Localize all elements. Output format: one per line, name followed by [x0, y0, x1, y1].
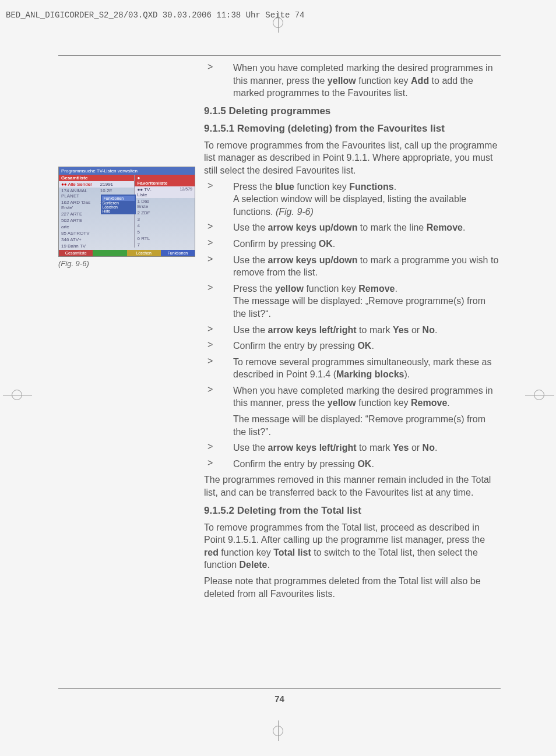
fig-list-row: 4: [135, 222, 195, 229]
step: >Confirm the entry by pressing OK.: [204, 458, 501, 471]
page-frame: Programmsuche TV-Listen verwalten Gesamt…: [58, 55, 501, 704]
step: >Use the arrow keys left/right to mark Y…: [204, 441, 501, 454]
fig-list-row: 6 RTL: [135, 235, 195, 242]
fig-list-row: 7: [135, 242, 195, 248]
fig-popup-item: Löschen: [102, 205, 135, 209]
crop-mark-right: [534, 390, 544, 402]
fig-list-row: 346 ATV+: [59, 236, 134, 243]
fig-right-label: TV-Liste: [137, 187, 151, 197]
crop-mark-top: [273, 17, 283, 30]
fig-list-row: 1 Das Erste: [135, 198, 195, 210]
fig-list-row: 502 ARTE: [59, 217, 134, 224]
step: >Confirm the entry by pressing OK.: [204, 340, 501, 352]
crop-mark-left: [12, 390, 22, 402]
step: >Press the yellow function key Remove.Th…: [204, 282, 501, 320]
paragraph: To remove programmes from the Total list…: [204, 521, 501, 571]
paragraph: The message will be displayed: “Remove p…: [233, 413, 501, 438]
step: > When you have completed marking the de…: [204, 62, 501, 100]
figure-title: Programmsuche TV-Listen verwalten: [59, 167, 195, 175]
fig-popup-item: Sortieren: [102, 201, 135, 205]
fig-footer-green: [93, 250, 126, 256]
figure-9-6: Programmsuche TV-Listen verwalten Gesamt…: [58, 167, 195, 257]
fig-sort: Alle Sender: [68, 182, 92, 187]
heading-9-1-5-1: 9.1.5.1 Removing (deleting) from the Fav…: [204, 123, 501, 135]
fig-list-row: 3: [135, 216, 195, 222]
body-text: > When you have completed marking the de…: [204, 62, 501, 680]
fig-footer-yellow: Löschen: [127, 250, 161, 256]
step: >When you have completed marking the des…: [204, 384, 501, 409]
fig-popup-title: Funktionen: [102, 196, 135, 201]
figure-sidebar: Programmsuche TV-Listen verwalten Gesamt…: [58, 167, 195, 268]
paragraph: The programmes removed in this manner re…: [204, 474, 501, 499]
fig-list-row: 19 Bahn TV: [59, 243, 134, 249]
step: >Use the arrow keys up/down to mark a pr…: [204, 254, 501, 279]
heading-9-1-5: 9.1.5 Deleting programmes: [204, 105, 501, 117]
step: >To remove several programmes simultaneo…: [204, 356, 501, 381]
fig-right-header: Favoritenliste: [137, 181, 167, 186]
figure-caption: (Fig. 9-6): [58, 259, 195, 268]
fig-list-row: 85 ASTROTV: [59, 230, 134, 236]
step: >Press the blue function key Functions.A…: [204, 181, 501, 218]
crop-mark-bottom: [273, 726, 283, 739]
fig-left-header: Gesamtliste: [61, 175, 100, 181]
fig-footer-red: Gesamtliste: [59, 250, 93, 256]
fig-list-row: 2 ZDF: [135, 210, 195, 216]
fig-left-count: 21991: [100, 182, 111, 187]
fig-popup: Funktionen Sortieren Löschen Hilfe: [101, 195, 136, 214]
page-number: 74: [58, 688, 501, 704]
paragraph: To remove programmes from the Favourites…: [204, 139, 501, 177]
file-header: BED_ANL_DIGICORDER_S2_28/03.QXD 30.03.20…: [6, 10, 304, 20]
step: >Use the arrow keys up/down to mark the …: [204, 221, 501, 234]
fig-list-row: 5: [135, 229, 195, 235]
heading-9-1-5-2: 9.1.5.2 Deleting from the Total list: [204, 505, 501, 517]
fig-list-row: arte: [59, 224, 134, 230]
fig-footer: Gesamtliste Löschen Funktionen: [59, 250, 195, 256]
fig-right-count: 12/579: [180, 187, 192, 197]
paragraph: Please note that programmes deleted from…: [204, 575, 501, 600]
step: >Confirm by pressing OK.: [204, 238, 501, 250]
step: >Use the arrow keys left/right to mark Y…: [204, 324, 501, 337]
fig-popup-item: Hilfe: [102, 209, 135, 213]
fig-footer-blue: Funktionen: [161, 250, 195, 256]
